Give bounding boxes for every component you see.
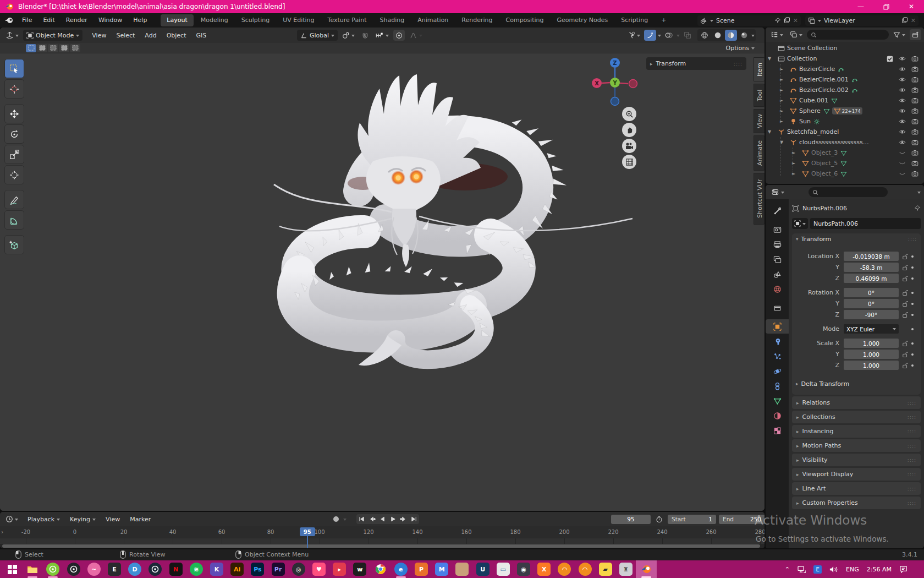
disclosure-closed-icon[interactable]: ► (791, 171, 796, 176)
frame-end-field[interactable]: End 250 (719, 515, 765, 524)
tool-annotate[interactable] (4, 190, 24, 209)
taskbar-icon-edge[interactable]: e (394, 563, 408, 576)
tool-rotate[interactable] (4, 124, 24, 144)
disclosure-closed-icon[interactable]: ► (779, 67, 784, 72)
camera-icon[interactable] (911, 107, 919, 114)
mode-dropdown[interactable]: Object Mode (23, 30, 82, 41)
properties-search-input[interactable] (809, 187, 888, 197)
section-line-art[interactable]: ▸Line Art:::: (792, 482, 921, 495)
timeline-menu-marker[interactable]: Marker (125, 516, 156, 523)
snap-toggle[interactable] (359, 30, 371, 41)
outliner-row[interactable]: ▼Collection (766, 53, 924, 64)
workspace-tab-shading[interactable]: Shading (374, 14, 411, 26)
taskbar-icon-mascot-app-2[interactable]: ◠ (579, 563, 592, 576)
outliner-display-mode-button[interactable] (788, 29, 805, 40)
panel-grip[interactable]: :::: (908, 444, 916, 448)
timeline-menu-playback[interactable]: Playback (23, 516, 65, 523)
scale-value-field[interactable]: 1.000 (844, 361, 899, 370)
section-custom-properties[interactable]: ▸Custom Properties:::: (792, 497, 921, 509)
taskbar-icon-display-settings[interactable]: ▭ (497, 563, 510, 576)
workspace-tab-texture-paint[interactable]: Texture Paint (322, 14, 373, 26)
timeline-editor-type-button[interactable] (3, 514, 20, 525)
outliner-filter-button[interactable] (891, 29, 908, 40)
taskbar-icon-game-wizard[interactable]: ♜ (619, 563, 632, 576)
camera-icon[interactable] (911, 76, 919, 83)
object-id-icon[interactable] (792, 218, 808, 229)
taskbar-icon-notes-app[interactable]: ▰ (599, 563, 612, 576)
rotation-value-field[interactable]: 0° (844, 288, 899, 297)
properties-tab-modifiers[interactable] (766, 334, 789, 348)
animate-dot[interactable] (911, 292, 914, 294)
disclosure-open-icon[interactable]: ▼ (767, 129, 772, 134)
select-mode-intersect[interactable] (70, 44, 80, 52)
timeline-scrollbar[interactable] (2, 544, 760, 548)
playback-prev-key-button[interactable] (367, 514, 377, 524)
properties-editor-type-button[interactable] (769, 187, 787, 198)
tool-cursor[interactable] (4, 79, 24, 99)
pin-icon[interactable] (914, 205, 921, 211)
eye-icon[interactable] (899, 139, 906, 146)
animate-dot[interactable] (911, 314, 914, 316)
taskbar-icon-photoshop[interactable]: Ps (251, 563, 264, 576)
gizmo-toggle[interactable] (644, 30, 656, 41)
section-visibility[interactable]: ▸Visibility:::: (792, 454, 921, 466)
select-mode-invert[interactable] (59, 44, 69, 52)
rotation-mode-value-field[interactable]: XYZ Euler (844, 324, 899, 334)
gizmo-z-neg-axis[interactable] (611, 97, 619, 106)
camera-icon[interactable] (911, 139, 919, 146)
disclosure-closed-icon[interactable]: ► (779, 98, 784, 103)
outliner-row[interactable]: ►Cube.001 (766, 95, 924, 106)
animate-dot[interactable] (911, 303, 914, 305)
tool-measure[interactable] (4, 210, 24, 230)
sidebar-tab-item[interactable]: Item (754, 57, 765, 81)
outliner-row[interactable]: ►Sphere22+174 (766, 106, 924, 116)
section-collections[interactable]: ▸Collections:::: (792, 411, 921, 423)
taskbar-icon-media-player[interactable]: K (210, 563, 223, 576)
taskbar-icon-illustrator[interactable]: Ai (230, 563, 244, 576)
delta-transform-header[interactable]: ▸ Delta Transform (792, 378, 921, 389)
outliner-editor-type-button[interactable] (768, 29, 785, 40)
restore-button[interactable] (873, 0, 899, 13)
select-mode-subtract[interactable] (48, 44, 58, 52)
workspace-tab-animation[interactable]: Animation (411, 14, 454, 26)
gizmo-dropdown-icon[interactable] (658, 35, 661, 39)
workspace-tab-layout[interactable]: Layout (161, 14, 193, 26)
viewport-menu-add[interactable]: Add (140, 32, 161, 39)
taskbar-icon-picsart[interactable]: P (415, 563, 428, 576)
expand-arrow-icon[interactable]: › (1, 528, 3, 536)
tool-select-box[interactable] (4, 59, 24, 78)
animate-dot[interactable] (911, 255, 914, 258)
properties-tab-particles[interactable] (766, 349, 789, 363)
eye-icon[interactable] (899, 55, 906, 62)
taskbar-icon-camera-app[interactable]: ◎ (292, 563, 305, 576)
animate-dot[interactable] (911, 364, 914, 367)
pan-button[interactable] (622, 123, 636, 137)
properties-tab-data[interactable] (766, 394, 789, 408)
camera-icon[interactable] (911, 128, 919, 135)
current-frame-field[interactable]: 95 (611, 515, 651, 524)
xray-toggle[interactable] (681, 30, 694, 41)
properties-tab-collection[interactable] (766, 301, 789, 315)
properties-tab-constraints[interactable] (766, 379, 789, 393)
speaker-icon[interactable] (829, 566, 838, 573)
blender-app-icon[interactable] (4, 17, 14, 24)
taskbar-icon-wap-app[interactable]: w (353, 563, 366, 576)
zoom-button[interactable] (622, 107, 636, 121)
timeline-ruler[interactable]: › -2002040608010012014016018020022024026… (0, 526, 765, 538)
sidebar-tab-animate[interactable]: Animate (754, 135, 765, 171)
properties-tab-world[interactable] (766, 282, 789, 296)
timeline-track[interactable] (0, 538, 765, 544)
workspace-tab-sculpting[interactable]: Sculpting (235, 14, 276, 26)
tool-move[interactable] (4, 104, 24, 123)
disclosure-open-icon[interactable]: ▼ (767, 56, 772, 61)
properties-tab-scene[interactable] (766, 267, 789, 281)
taskbar-icon-premiere[interactable]: Pr (272, 563, 285, 576)
new-viewlayer-icon[interactable] (901, 17, 908, 24)
taskbar-icon-spotify[interactable]: ≋ (190, 563, 203, 576)
disclosure-open-icon[interactable]: ▼ (779, 140, 784, 145)
location-value-field[interactable]: -0.019038 m (844, 252, 899, 261)
tool-scale[interactable] (4, 145, 24, 164)
properties-tab-object[interactable] (766, 319, 789, 334)
object-name-field[interactable]: NurbsPath.006 (810, 218, 921, 229)
transform-panel-header[interactable]: ▾ Transform :::: (792, 233, 921, 244)
